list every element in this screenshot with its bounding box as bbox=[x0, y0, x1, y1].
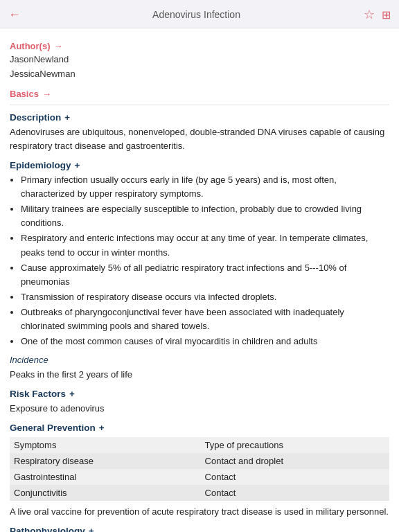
app-header: ← Adenovirus Infection ☆ ⊞ bbox=[0, 0, 399, 28]
back-button[interactable]: ← bbox=[8, 8, 29, 22]
table-row: Respiratory disease Contact and droplet bbox=[10, 453, 389, 469]
divider-1 bbox=[10, 105, 389, 105]
table-cell-precaution: Contact bbox=[201, 469, 389, 485]
prevention-table: Symptoms Type of precautions Respiratory… bbox=[10, 437, 389, 501]
epidemiology-heading: Epidemiology + bbox=[10, 160, 389, 170]
table-cell-precaution: Contact and droplet bbox=[201, 453, 389, 469]
general-prevention-heading: General Prevention + bbox=[10, 423, 389, 433]
bookmark-icon[interactable]: ☆ bbox=[364, 7, 375, 22]
incidence-heading: Incidence bbox=[10, 355, 389, 365]
description-text: Adenoviruses are ubiquitous, nonenvelope… bbox=[10, 125, 389, 153]
prevention-note: A live oral vaccine for prevention of ac… bbox=[10, 505, 389, 519]
author-1: JasonNewland bbox=[10, 53, 389, 67]
pathophysiology-heading: Pathophysiology + bbox=[10, 526, 389, 532]
header-actions: ☆ ⊞ bbox=[364, 7, 391, 22]
list-item: Military trainees are especially suscept… bbox=[21, 202, 389, 230]
basics-section-label: Basics → bbox=[10, 89, 389, 99]
list-item: One of the most common causes of viral m… bbox=[21, 335, 389, 348]
share-icon[interactable]: ⊞ bbox=[382, 8, 391, 21]
description-heading: Description + bbox=[10, 112, 389, 123]
list-item: Transmission of respiratory disease occu… bbox=[21, 290, 389, 304]
table-row: Gastrointestinal Contact bbox=[10, 469, 389, 485]
table-cell-precaution: Contact bbox=[201, 485, 389, 501]
list-item: Respiratory and enteric infections may o… bbox=[21, 231, 389, 259]
incidence-text: Peaks in the first 2 years of life bbox=[10, 368, 389, 382]
authors-arrow-icon[interactable]: → bbox=[54, 41, 63, 51]
page-title: Adenovirus Infection bbox=[29, 9, 364, 20]
author-2: JessicaNewman bbox=[10, 67, 389, 82]
table-row: Symptoms Type of precautions bbox=[10, 437, 389, 453]
risk-factors-expand-icon[interactable]: + bbox=[69, 389, 75, 399]
authors-label: Author(s) → bbox=[10, 41, 389, 51]
table-cell-symptom: Conjunctivitis bbox=[10, 485, 201, 501]
author-names: JasonNewland JessicaNewman bbox=[10, 53, 389, 82]
epidemiology-bullets: Primary infection usually occurs early i… bbox=[10, 173, 389, 349]
risk-factors-text: Exposure to adenovirus bbox=[10, 402, 389, 416]
authors-section: Author(s) → JasonNewland JessicaNewman bbox=[10, 41, 389, 82]
basics-arrow-icon[interactable]: → bbox=[42, 89, 51, 99]
list-item: Outbreaks of pharyngoconjunctival fever … bbox=[21, 305, 389, 333]
table-cell-precaution: Type of precautions bbox=[201, 437, 389, 453]
table-row: Conjunctivitis Contact bbox=[10, 485, 389, 501]
list-item: Primary infection usually occurs early i… bbox=[21, 173, 389, 201]
risk-factors-heading: Risk Factors + bbox=[10, 389, 389, 399]
description-expand-icon[interactable]: + bbox=[64, 112, 70, 123]
main-content: Author(s) → JasonNewland JessicaNewman B… bbox=[0, 28, 399, 532]
general-prevention-expand-icon[interactable]: + bbox=[99, 423, 105, 433]
epidemiology-expand-icon[interactable]: + bbox=[75, 160, 80, 170]
table-cell-symptom: Respiratory disease bbox=[10, 453, 201, 469]
table-cell-symptom: Symptoms bbox=[10, 437, 201, 453]
pathophysiology-expand-icon[interactable]: + bbox=[89, 526, 94, 532]
list-item: Cause approximately 5% of all pediatric … bbox=[21, 261, 389, 289]
table-cell-symptom: Gastrointestinal bbox=[10, 469, 201, 485]
